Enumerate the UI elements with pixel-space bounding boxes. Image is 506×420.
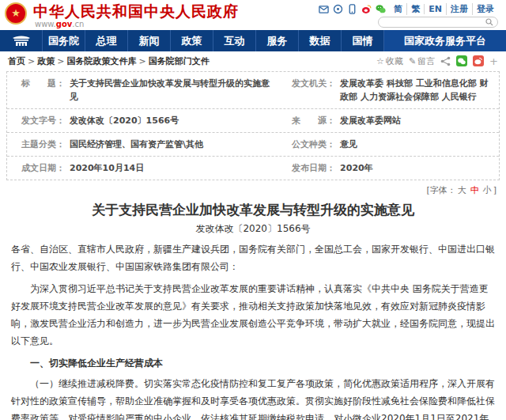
- favorite-label: 收藏: [386, 55, 403, 67]
- meta-row-docnum: 发文字号：发改体改〔2020〕1566号 来 源：发展改革委网站: [7, 109, 499, 133]
- font-size-medium-button[interactable]: 中: [468, 185, 481, 195]
- search-box[interactable]: [378, 17, 498, 28]
- font-selector-suffix: ]: [493, 185, 497, 195]
- share-icon[interactable]: [440, 56, 451, 66]
- breadcrumb-separator: >: [136, 56, 148, 66]
- wechat-icon[interactable]: [376, 4, 386, 14]
- breadcrumb-separator: >: [55, 56, 66, 66]
- font-size-large-button[interactable]: 大: [456, 185, 468, 195]
- section-1-paragraph: （一）继续推进减税降费。切实落实常态化疫情防控和复工复产各项政策，简化优惠政策适…: [11, 375, 495, 420]
- meta-label-doc-type: 公文种类：: [292, 138, 335, 151]
- meta-value-written-date: 2020年10月14日: [70, 161, 144, 175]
- star-icon: ☆: [376, 56, 384, 66]
- section-1-heading: 一、切实降低企业生产经营成本: [11, 354, 495, 372]
- article-body: 各省、自治区、直辖市人民政府，新疆生产建设兵团，国务院有关部门，全国总工会，国家…: [0, 235, 506, 420]
- brand-text: 中华人民共和国中央人民政府 www.gov.cn: [33, 2, 239, 28]
- site-brand[interactable]: ★ 中华人民共和国中央人民政府 www.gov.cn: [5, 2, 239, 28]
- meta-row-title: 标 题：关于支持民营企业加快改革发展与转型升级的实施意见 发文机关：发展改革委 …: [7, 72, 499, 109]
- meta-label-source: 来 源：: [292, 114, 335, 127]
- breadcrumb-home[interactable]: 首页: [8, 56, 25, 66]
- comment-label: 留言: [417, 55, 435, 67]
- meta-label-subject-category: 主题分类：: [21, 138, 65, 151]
- breadcrumb-bar: 首页>政策>国务院政策文件库>国务院部门文件 ☆收藏 ✎留言 +: [0, 51, 506, 70]
- font-size-small-button[interactable]: 小: [481, 185, 493, 195]
- url-www: www.: [35, 20, 56, 28]
- weibo-icon[interactable]: [361, 4, 372, 14]
- nav-item-state-council[interactable]: 国务院: [43, 30, 85, 51]
- register-link[interactable]: 注册: [446, 3, 472, 15]
- meta-label-publish-date: 发布日期：: [292, 161, 335, 175]
- font-selector-prefix: [字体：: [426, 185, 455, 195]
- page-actions: ☆收藏 ✎留言 +: [376, 55, 498, 67]
- meta-label-issuing-agency: 发文机关：: [292, 77, 335, 104]
- login-link[interactable]: 登录: [472, 3, 498, 15]
- preamble-paragraph: 为深入贯彻习近平总书记关于支持民营企业改革发展的重要讲话精神，认真落实《中共中央…: [11, 280, 495, 350]
- meta-value-issuing-agency: 发展改革委 科技部 工业和信息化部 财政部 人力资源社会保障部 人民银行: [340, 77, 494, 104]
- header-quick-bar: 简 繁 EN 注册 登录: [319, 3, 498, 15]
- meta-value-doc-type: 意见: [340, 138, 357, 151]
- share-wechat-button[interactable]: [456, 55, 467, 66]
- meta-label-written-date: 成文日期：: [21, 161, 65, 175]
- client-icon[interactable]: [333, 4, 343, 14]
- lang-traditional-link[interactable]: 繁: [406, 3, 424, 15]
- breadcrumb-separator: >: [25, 56, 37, 66]
- addressee-paragraph: 各省、自治区、直辖市人民政府，新疆生产建设兵团，国务院有关部门，全国总工会，国家…: [11, 240, 495, 275]
- nav-item-premier[interactable]: 总理: [85, 30, 128, 51]
- weibo-icon: [474, 57, 482, 65]
- site-url: www.gov.cn: [33, 20, 239, 28]
- meta-value-publish-date: 2020年: [340, 161, 373, 175]
- site-header: ★ 中华人民共和国中央人民政府 www.gov.cn: [0, 0, 506, 30]
- mail-icon[interactable]: [319, 4, 329, 14]
- breadcrumb: 首页>政策>国务院政策文件库>国务院部门文件: [8, 55, 210, 67]
- wechat-icon: [458, 58, 466, 65]
- national-emblem-icon: ★: [5, 2, 27, 25]
- document-meta-table: 标 题：关于支持民营企业加快改革发展与转型升级的实施意见 发文机关：发展改革委 …: [6, 71, 500, 180]
- font-size-selector: [字体：大中小]: [0, 182, 506, 195]
- search-icon[interactable]: [485, 18, 493, 26]
- more-share-button[interactable]: +: [489, 55, 498, 67]
- nav-item-policies[interactable]: 政策: [171, 30, 213, 51]
- meta-label-doc-number: 发文字号：: [21, 114, 65, 127]
- top-links: 简 繁 EN 注册 登录: [390, 3, 498, 15]
- share-weibo-button[interactable]: [473, 55, 484, 66]
- breadcrumb-department-documents[interactable]: 国务院部门文件: [149, 56, 210, 66]
- meta-row-dates: 成文日期：2020年10月14日 发布日期：2020年: [7, 157, 499, 180]
- nav-item-news[interactable]: 新闻: [128, 30, 171, 51]
- nav-item-interaction[interactable]: 互动: [213, 30, 256, 51]
- meta-row-category: 主题分类：国民经济管理、国有资产监管\其他 公文种类：意见: [7, 133, 499, 157]
- meta-value-title: 关于支持民营企业加快改革发展与转型升级的实施意见: [70, 77, 273, 104]
- pencil-icon: ✎: [409, 56, 416, 66]
- main-nav: 国务院 总理 新闻 政策 互动 服务 数据 国情 国家政务服务平台: [0, 30, 506, 51]
- article-doc-number: 发改体改〔2020〕1566号: [0, 222, 506, 235]
- meta-value-source: 发展改革委网站: [340, 114, 401, 127]
- nav-item-data[interactable]: 数据: [299, 30, 342, 51]
- meta-value-subject-category: 国民经济管理、国有资产监管\其他: [70, 138, 203, 151]
- lang-english-link[interactable]: EN: [424, 4, 446, 14]
- meta-label-title: 标 题：: [21, 77, 65, 104]
- url-gov: gov: [56, 20, 73, 28]
- favorite-button[interactable]: ☆收藏: [376, 55, 403, 67]
- comment-button[interactable]: ✎留言: [409, 55, 435, 67]
- nav-gov-service-platform[interactable]: 国家政务服务平台: [384, 30, 506, 51]
- breadcrumb-policy-library[interactable]: 国务院政策文件库: [66, 56, 136, 66]
- nav-item-national-conditions[interactable]: 国情: [342, 30, 384, 51]
- tiananmen-home-icon: [12, 35, 31, 47]
- mobile-icon[interactable]: [347, 4, 357, 14]
- url-cn: .cn: [72, 20, 84, 28]
- search-input[interactable]: [379, 18, 485, 26]
- site-title: 中华人民共和国中央人民政府: [33, 2, 239, 20]
- lang-simplified-link[interactable]: 简: [390, 3, 406, 15]
- nav-home-button[interactable]: [0, 30, 43, 51]
- breadcrumb-policies[interactable]: 政策: [37, 56, 55, 66]
- meta-value-doc-number: 发改体改〔2020〕1566号: [70, 114, 179, 127]
- nav-item-services[interactable]: 服务: [256, 30, 299, 51]
- article-title: 关于支持民营企业加快改革发展与转型升级的实施意见: [0, 202, 506, 218]
